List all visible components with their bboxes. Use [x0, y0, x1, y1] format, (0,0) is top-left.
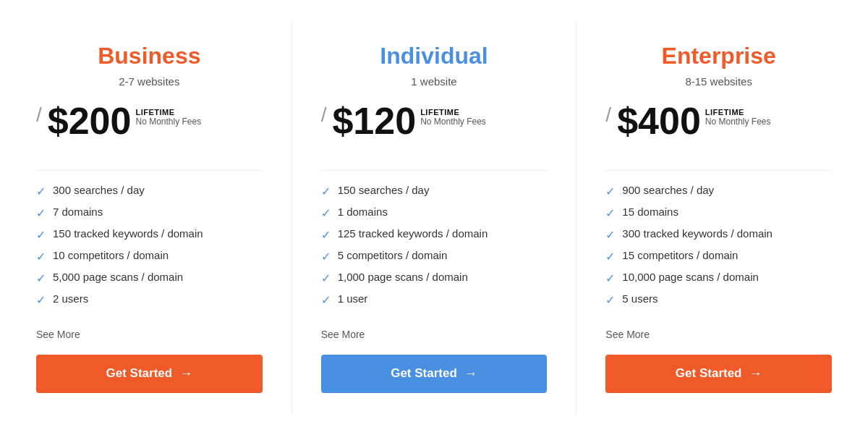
price-block-business: /$200LIFETIMENo Monthly Fees [36, 102, 263, 140]
feature-text: 5,000 page scans / domain [53, 271, 183, 283]
see-more-individual[interactable]: See More [321, 329, 548, 340]
price-lifetime-individual: LIFETIME [420, 108, 486, 117]
check-icon: ✓ [321, 271, 331, 285]
check-icon: ✓ [36, 271, 46, 285]
feature-text: 1 user [338, 292, 368, 305]
separator [321, 170, 548, 171]
list-item: ✓1,000 page scans / domain [321, 271, 548, 285]
check-icon: ✓ [36, 206, 46, 220]
arrow-icon: → [464, 366, 477, 381]
check-icon: ✓ [605, 185, 615, 198]
list-item: ✓1 domains [321, 206, 548, 220]
get-started-button-business[interactable]: Get Started→ [36, 355, 263, 393]
plan-individual: Individual1 website/$120LIFETIMENo Month… [292, 21, 577, 415]
feature-text: 300 searches / day [53, 184, 145, 196]
check-icon: ✓ [36, 185, 46, 198]
check-icon: ✓ [321, 185, 331, 198]
separator [36, 170, 263, 171]
feature-text: 1,000 page scans / domain [338, 271, 468, 283]
list-item: ✓7 domains [36, 206, 263, 220]
list-item: ✓900 searches / day [605, 184, 832, 198]
arrow-icon: → [179, 366, 192, 381]
price-monthly-enterprise: No Monthly Fees [705, 117, 771, 127]
get-started-button-individual[interactable]: Get Started→ [321, 355, 548, 393]
price-labels-enterprise: LIFETIMENo Monthly Fees [705, 108, 771, 127]
check-icon: ✓ [605, 271, 615, 285]
check-icon: ✓ [605, 228, 615, 242]
button-label: Get Started [106, 366, 173, 381]
feature-text: 15 domains [622, 206, 678, 218]
list-item: ✓10 competitors / domain [36, 249, 263, 263]
feature-text: 150 searches / day [338, 184, 430, 196]
features-list-enterprise: ✓900 searches / day✓15 domains✓300 track… [605, 184, 832, 314]
list-item: ✓2 users [36, 292, 263, 307]
separator [605, 170, 832, 171]
button-label: Get Started [391, 366, 457, 381]
price-amount-business: $200 [48, 102, 132, 140]
pricing-container: Business2-7 websites/$200LIFETIMENo Mont… [0, 7, 868, 429]
check-icon: ✓ [321, 228, 331, 242]
feature-text: 125 tracked keywords / domain [338, 227, 488, 240]
check-icon: ✓ [36, 228, 46, 242]
feature-text: 5 competitors / domain [338, 249, 448, 261]
list-item: ✓300 searches / day [36, 184, 263, 198]
list-item: ✓10,000 page scans / domain [605, 271, 832, 285]
price-divider-icon: / [321, 105, 327, 125]
feature-text: 300 tracked keywords / domain [622, 227, 773, 240]
price-block-individual: /$120LIFETIMENo Monthly Fees [321, 102, 548, 140]
feature-text: 10 competitors / domain [53, 249, 169, 261]
feature-text: 15 competitors / domain [622, 249, 738, 261]
price-lifetime-business: LIFETIME [135, 108, 201, 117]
button-label: Get Started [676, 366, 742, 381]
plan-business: Business2-7 websites/$200LIFETIMENo Mont… [7, 21, 292, 415]
feature-text: 2 users [53, 292, 88, 305]
feature-text: 900 searches / day [622, 184, 714, 196]
check-icon: ✓ [321, 293, 331, 307]
list-item: ✓5 users [605, 292, 832, 307]
price-amount-individual: $120 [332, 102, 416, 140]
price-labels-individual: LIFETIMENo Monthly Fees [420, 108, 486, 127]
list-item: ✓150 searches / day [321, 184, 548, 198]
feature-text: 7 domains [53, 206, 103, 218]
list-item: ✓15 competitors / domain [605, 249, 832, 263]
price-divider-icon: / [36, 105, 42, 125]
price-lifetime-enterprise: LIFETIME [705, 108, 771, 117]
price-block-enterprise: /$400LIFETIMENo Monthly Fees [605, 102, 832, 140]
plan-title-business: Business [36, 43, 263, 69]
arrow-icon: → [749, 366, 762, 381]
check-icon: ✓ [605, 206, 615, 220]
price-monthly-business: No Monthly Fees [135, 117, 201, 127]
feature-text: 5 users [622, 292, 658, 305]
list-item: ✓5 competitors / domain [321, 249, 548, 263]
features-list-business: ✓300 searches / day✓7 domains✓150 tracke… [36, 184, 263, 314]
features-list-individual: ✓150 searches / day✓1 domains✓125 tracke… [321, 184, 548, 314]
check-icon: ✓ [321, 206, 331, 220]
check-icon: ✓ [321, 250, 331, 263]
feature-text: 10,000 page scans / domain [622, 271, 758, 283]
check-icon: ✓ [36, 250, 46, 263]
see-more-enterprise[interactable]: See More [605, 329, 832, 340]
see-more-business[interactable]: See More [36, 329, 263, 340]
list-item: ✓1 user [321, 292, 548, 307]
feature-text: 150 tracked keywords / domain [53, 227, 203, 240]
plan-subtitle-business: 2-7 websites [36, 75, 263, 88]
list-item: ✓5,000 page scans / domain [36, 271, 263, 285]
list-item: ✓15 domains [605, 206, 832, 220]
list-item: ✓125 tracked keywords / domain [321, 227, 548, 242]
check-icon: ✓ [36, 293, 46, 307]
get-started-button-enterprise[interactable]: Get Started→ [605, 355, 832, 393]
price-monthly-individual: No Monthly Fees [420, 117, 486, 127]
list-item: ✓300 tracked keywords / domain [605, 227, 832, 242]
plan-title-individual: Individual [321, 43, 548, 69]
price-labels-business: LIFETIMENo Monthly Fees [135, 108, 201, 127]
plan-subtitle-individual: 1 website [321, 75, 548, 88]
plan-title-enterprise: Enterprise [605, 43, 832, 69]
feature-text: 1 domains [338, 206, 388, 218]
plan-enterprise: Enterprise8-15 websites/$400LIFETIMENo M… [576, 21, 861, 415]
list-item: ✓150 tracked keywords / domain [36, 227, 263, 242]
plan-subtitle-enterprise: 8-15 websites [605, 75, 832, 88]
check-icon: ✓ [605, 293, 615, 307]
check-icon: ✓ [605, 250, 615, 263]
price-amount-enterprise: $400 [617, 102, 701, 140]
price-divider-icon: / [605, 105, 611, 125]
